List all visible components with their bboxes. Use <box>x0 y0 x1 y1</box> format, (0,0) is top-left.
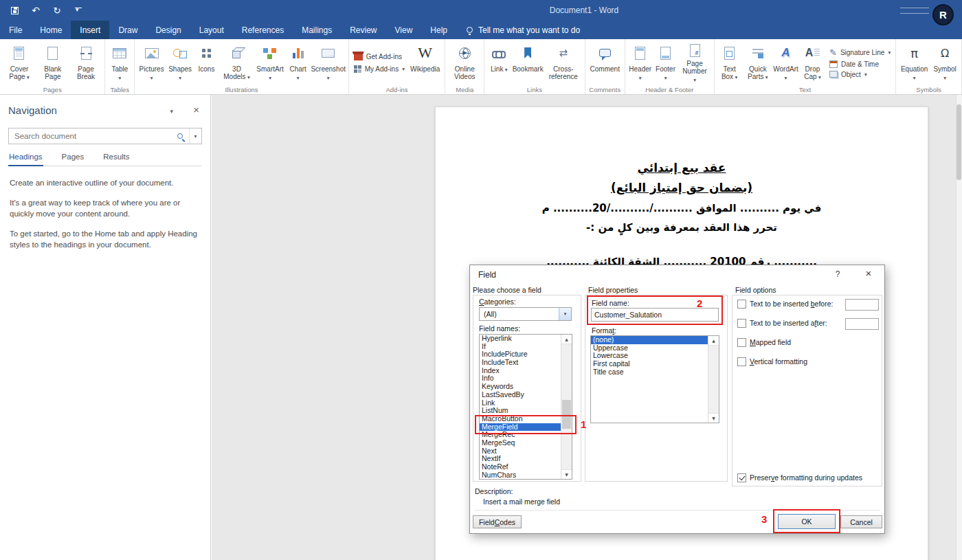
object-icon <box>829 71 838 78</box>
customize-quick-access-icon[interactable] <box>74 0 83 21</box>
format-listbox[interactable]: (none) Uppercase Lowercase First capital… <box>590 335 719 423</box>
field-codes-button[interactable]: Field Codes <box>473 515 522 528</box>
dropdown-arrow-icon[interactable] <box>559 308 571 320</box>
quick-parts-button[interactable]: Quick Parts <box>743 41 773 84</box>
field-name-option[interactable]: MacroButton <box>480 415 561 423</box>
mapped-field-checkbox[interactable] <box>737 338 746 347</box>
screenshot-button[interactable]: Screenshot <box>311 41 346 84</box>
text-after-checkbox[interactable] <box>737 319 746 328</box>
tab-design[interactable]: Design <box>146 21 190 39</box>
my-add-ins-button[interactable]: My Add-ins <box>354 65 405 73</box>
tab-mailings[interactable]: Mailings <box>293 21 341 39</box>
cancel-button[interactable]: Cancel <box>840 515 882 528</box>
scroll-down-icon[interactable] <box>561 469 572 479</box>
nav-tab-headings[interactable]: Headings <box>8 153 43 166</box>
format-option-selected[interactable]: (none) <box>591 336 708 344</box>
format-option[interactable]: First capital <box>591 360 708 368</box>
signature-line-button[interactable]: Signature Line <box>829 47 891 58</box>
vertical-scrollbar[interactable] <box>956 95 962 560</box>
get-add-ins-button[interactable]: Get Add-ins <box>354 52 405 60</box>
save-icon[interactable] <box>10 0 19 21</box>
field-name-option[interactable]: NumChars <box>480 471 561 479</box>
redo-icon[interactable] <box>52 0 62 21</box>
nav-tab-results[interactable]: Results <box>102 153 130 166</box>
search-options-chevron-icon[interactable] <box>189 128 201 144</box>
categories-dropdown[interactable]: (All) <box>479 307 572 321</box>
tab-layout[interactable]: Layout <box>190 21 233 39</box>
field-name-option[interactable]: NoteRef <box>480 463 561 471</box>
field-name-option[interactable]: Hyperlink <box>480 335 561 343</box>
date-time-button[interactable]: Date & Time <box>829 60 891 68</box>
tab-view[interactable]: View <box>386 21 422 39</box>
tab-home[interactable]: Home <box>31 21 71 39</box>
link-button[interactable]: Link <box>486 41 511 84</box>
field-name-input[interactable] <box>591 308 719 322</box>
drop-cap-button[interactable]: Drop Cap <box>798 41 827 84</box>
dialog-close-icon[interactable]: × <box>861 267 876 279</box>
icons-button[interactable]: Icons <box>194 41 219 84</box>
illustrations-group-label: Illustrations <box>135 86 348 93</box>
shapes-button[interactable]: Shapes <box>166 41 194 84</box>
field-name-option[interactable]: LastSavedBy <box>480 391 561 399</box>
search-icon[interactable] <box>171 128 189 144</box>
ok-button[interactable]: OK <box>778 514 836 529</box>
text-before-input[interactable] <box>845 299 879 311</box>
tab-file[interactable]: File <box>0 21 31 39</box>
search-input[interactable] <box>9 132 171 140</box>
footer-button[interactable]: Footer <box>653 41 678 84</box>
navigation-pane-title: Navigation <box>8 104 57 116</box>
tab-draw[interactable]: Draw <box>109 21 146 39</box>
field-name-option[interactable]: MergeSeq <box>480 439 561 447</box>
listbox-scrollbar[interactable] <box>561 335 572 479</box>
screenshot-label: Screenshot <box>311 65 346 82</box>
field-name-option[interactable]: IncludeText <box>480 359 561 367</box>
cover-page-button[interactable]: Cover Page <box>2 41 36 84</box>
format-scrollbar[interactable] <box>708 336 719 423</box>
scroll-up-icon[interactable] <box>708 336 719 346</box>
tab-references[interactable]: References <box>233 21 293 39</box>
cross-reference-button[interactable]: Cross-reference <box>544 41 583 84</box>
vertical-formatting-checkbox[interactable] <box>737 357 746 366</box>
blank-page-button[interactable]: Blank Page <box>36 41 69 84</box>
page-number-button[interactable]: Page Number <box>678 41 712 84</box>
wikipedia-button[interactable]: Wikipedia <box>407 41 443 84</box>
undo-icon[interactable] <box>31 0 41 21</box>
dialog-help-icon[interactable]: ? <box>831 269 844 279</box>
tab-insert[interactable]: Insert <box>71 21 109 39</box>
navigation-pane-menu-icon[interactable] <box>170 108 173 115</box>
drop-cap-label: Drop Cap <box>801 65 824 81</box>
table-button[interactable]: Table <box>107 41 132 84</box>
bookmark-button[interactable]: Bookmark <box>511 41 544 84</box>
field-names-listbox[interactable]: Hyperlink If IncludePicture IncludeText … <box>479 334 572 480</box>
object-button[interactable]: Object <box>829 71 891 78</box>
symbol-button[interactable]: Symbol <box>930 41 959 84</box>
scroll-thumb[interactable] <box>562 400 571 429</box>
text-after-input[interactable] <box>845 318 879 330</box>
smartart-button[interactable]: SmartArt <box>254 41 285 84</box>
doc-line-parties: تحرر هذا العقد بمعرفة وبين كلٍ من :- <box>463 221 900 234</box>
3d-models-button[interactable]: 3D Models <box>219 41 254 84</box>
pictures-button[interactable]: Pictures <box>137 41 166 84</box>
text-before-checkbox[interactable] <box>737 300 746 309</box>
online-videos-button[interactable]: Online Videos <box>447 41 482 84</box>
comment-button[interactable]: Comment <box>588 41 623 84</box>
navigation-pane-close-icon[interactable] <box>193 104 199 115</box>
nav-tab-pages[interactable]: Pages <box>61 153 85 166</box>
scroll-down-icon[interactable] <box>708 413 719 423</box>
cover-page-icon <box>14 43 24 63</box>
scrollbar-thumb[interactable] <box>957 104 961 180</box>
header-button[interactable]: Header <box>627 41 653 84</box>
tab-review[interactable]: Review <box>341 21 385 39</box>
field-dialog: Field ? × Please choose a field Categori… <box>469 265 885 534</box>
wordart-button[interactable]: WordArt <box>773 41 798 84</box>
chart-button[interactable]: Chart <box>286 41 311 84</box>
page-break-button[interactable]: Page Break <box>69 41 103 84</box>
scroll-up-icon[interactable] <box>561 335 572 344</box>
text-box-button[interactable]: Text Box <box>717 41 743 84</box>
equation-button[interactable]: Equation <box>898 41 930 84</box>
preserve-formatting-checkbox[interactable] <box>737 473 746 482</box>
tell-me-search[interactable]: Tell me what you want to do <box>456 21 590 39</box>
tab-help[interactable]: Help <box>421 21 456 39</box>
ribbon-group-text: Text Box Quick Parts WordArt Drop Cap Si… <box>715 39 897 94</box>
format-option[interactable]: Title case <box>591 368 708 377</box>
